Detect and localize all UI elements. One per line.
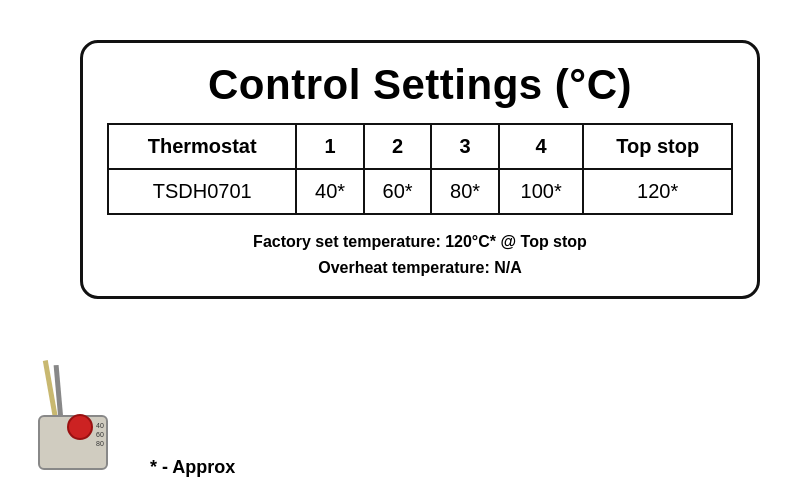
cell-temp-4: 100*	[499, 169, 584, 214]
header-3: 3	[431, 124, 498, 169]
header-top-stop: Top stop	[583, 124, 732, 169]
header-thermostat: Thermostat	[108, 124, 296, 169]
cell-top-stop: 120*	[583, 169, 732, 214]
footer-line1: Factory set temperature: 120°C* @ Top st…	[107, 229, 733, 255]
table-row: TSDH0701 40* 60* 80* 100* 120*	[108, 169, 732, 214]
cell-temp-2: 60*	[364, 169, 431, 214]
footer-text: Factory set temperature: 120°C* @ Top st…	[107, 229, 733, 280]
device-knob	[67, 414, 93, 440]
table-header-row: Thermostat 1 2 3 4 Top stop	[108, 124, 732, 169]
cell-temp-1: 40*	[296, 169, 363, 214]
footer-line2: Overheat temperature: N/A	[107, 255, 733, 281]
header-2: 2	[364, 124, 431, 169]
device-body: 406080	[38, 415, 108, 470]
page-container: Control Settings (°C) Thermostat 1 2 3 4…	[0, 0, 800, 500]
cell-temp-3: 80*	[431, 169, 498, 214]
card-title: Control Settings (°C)	[107, 61, 733, 109]
label-card: Control Settings (°C) Thermostat 1 2 3 4…	[80, 40, 760, 299]
settings-table: Thermostat 1 2 3 4 Top stop TSDH0701 40*…	[107, 123, 733, 215]
cell-model: TSDH0701	[108, 169, 296, 214]
device-label: 406080	[96, 421, 104, 448]
header-4: 4	[499, 124, 584, 169]
approx-note: * - Approx	[150, 457, 235, 478]
device-illustration: 406080	[18, 350, 138, 490]
header-1: 1	[296, 124, 363, 169]
